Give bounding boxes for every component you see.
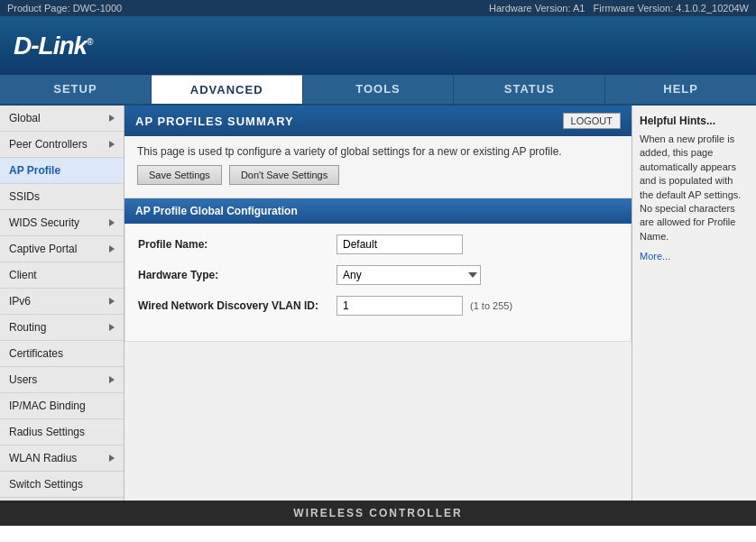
- arrow-icon: [109, 219, 115, 226]
- hardware-type-select-wrapper: Any: [337, 265, 481, 285]
- info-text: This page is used tp configure a variety…: [137, 145, 619, 158]
- arrow-icon: [109, 115, 115, 122]
- product-label: Product Page: DWC-1000: [7, 3, 122, 14]
- hardware-type-label: Hardware Type:: [138, 269, 337, 281]
- arrow-icon: [109, 298, 115, 305]
- vlan-id-row: Wired Network Discovery VLAN ID: (1 to 2…: [138, 296, 618, 316]
- version-label: Hardware Version: A1 Firmware Version: 4…: [489, 3, 749, 14]
- section-title: AP PROFILES SUMMARY: [135, 115, 294, 128]
- save-settings-button[interactable]: Save Settings: [137, 165, 222, 185]
- sidebar: Global Peer Controllers AP Profile SSIDs…: [0, 106, 124, 501]
- sidebar-item-captive-portal[interactable]: Captive Portal: [0, 236, 124, 262]
- tab-status[interactable]: STATUS: [454, 75, 605, 104]
- help-text: When a new profile is added, this page a…: [640, 133, 749, 243]
- info-box: This page is used tp configure a variety…: [124, 136, 632, 198]
- help-title: Helpful Hints...: [640, 115, 749, 127]
- hardware-type-select[interactable]: Any: [337, 265, 481, 285]
- footer: WIRELESS CONTROLLER: [0, 501, 756, 526]
- config-section-header: AP Profile Global Configuration: [124, 198, 632, 224]
- sidebar-item-certificates[interactable]: Certificates: [0, 341, 124, 367]
- config-body: Profile Name: Hardware Type: Any Wired N…: [124, 224, 632, 342]
- sidebar-item-global[interactable]: Global: [0, 106, 124, 132]
- top-bar: Product Page: DWC-1000 Hardware Version:…: [0, 0, 756, 16]
- arrow-icon: [109, 141, 115, 148]
- sidebar-item-ipv6[interactable]: IPv6: [0, 289, 124, 315]
- main-content: AP PROFILES SUMMARY LOGOUT This page is …: [124, 106, 632, 501]
- footer-text: WIRELESS CONTROLLER: [293, 507, 462, 519]
- sidebar-item-peer-controllers[interactable]: Peer Controllers: [0, 132, 124, 158]
- logout-button[interactable]: LOGOUT: [563, 113, 621, 129]
- sidebar-item-wids-security[interactable]: WIDS Security: [0, 210, 124, 236]
- arrow-icon: [109, 376, 115, 383]
- help-panel: Helpful Hints... When a new profile is a…: [632, 106, 756, 501]
- header: D-Link®: [0, 16, 756, 75]
- hardware-type-row: Hardware Type: Any: [138, 265, 618, 285]
- body-row: Global Peer Controllers AP Profile SSIDs…: [0, 106, 756, 501]
- arrow-icon: [109, 245, 115, 253]
- tab-tools[interactable]: TOOLS: [303, 75, 455, 104]
- sidebar-item-routing[interactable]: Routing: [0, 315, 124, 341]
- dont-save-settings-button[interactable]: Don't Save Settings: [229, 165, 339, 185]
- sidebar-item-client[interactable]: Client: [0, 262, 124, 289]
- profile-name-row: Profile Name:: [138, 234, 618, 254]
- vlan-id-label: Wired Network Discovery VLAN ID:: [138, 299, 337, 312]
- sidebar-item-ipmac-binding[interactable]: IP/MAC Binding: [0, 393, 124, 419]
- sidebar-item-wlan-radius[interactable]: WLAN Radius: [0, 446, 124, 472]
- vlan-id-input[interactable]: [337, 296, 463, 316]
- button-row: Save Settings Don't Save Settings: [137, 165, 619, 188]
- arrow-icon: [109, 324, 115, 331]
- tab-setup[interactable]: SETUP: [0, 75, 152, 104]
- profile-name-input[interactable]: [337, 234, 463, 254]
- sidebar-item-radius-settings[interactable]: Radius Settings: [0, 419, 124, 446]
- nav-tabs: SETUP ADVANCED TOOLS STATUS HELP: [0, 75, 756, 106]
- profile-name-label: Profile Name:: [138, 238, 337, 251]
- sidebar-item-users[interactable]: Users: [0, 367, 124, 393]
- section-header: AP PROFILES SUMMARY LOGOUT: [124, 106, 632, 136]
- sidebar-item-ssids[interactable]: SSIDs: [0, 184, 124, 210]
- more-link[interactable]: More...: [640, 251, 749, 262]
- sidebar-item-ap-profile[interactable]: AP Profile: [0, 158, 124, 184]
- tab-help[interactable]: HELP: [605, 75, 756, 104]
- vlan-hint: (1 to 255): [470, 300, 512, 311]
- tab-advanced[interactable]: ADVANCED: [152, 75, 303, 104]
- logo: D-Link®: [14, 32, 92, 60]
- sidebar-item-switch-settings[interactable]: Switch Settings: [0, 472, 124, 498]
- arrow-icon: [109, 455, 115, 462]
